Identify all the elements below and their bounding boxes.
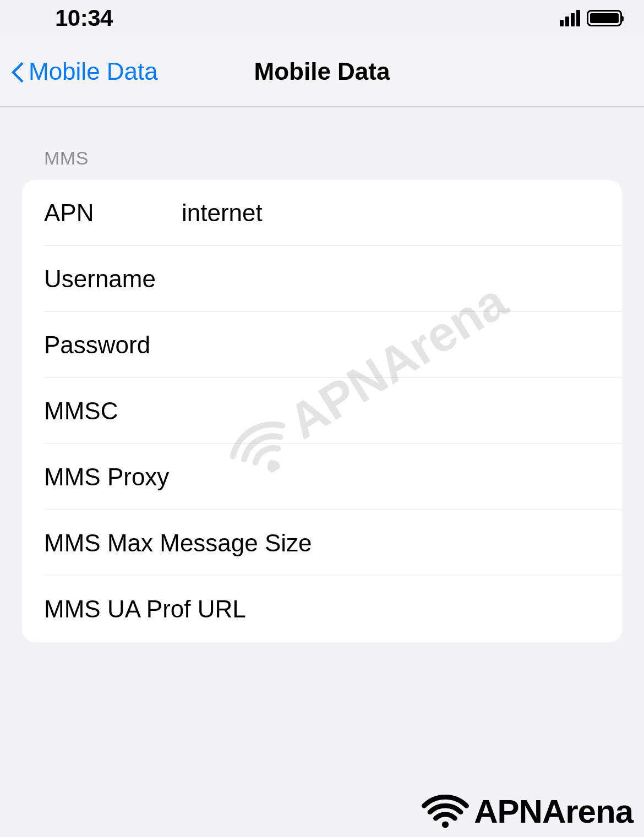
status-time: 10:34 [55, 5, 113, 31]
mms-proxy-label: MMS Proxy [44, 463, 169, 491]
password-input[interactable] [182, 331, 600, 359]
svg-point-1 [442, 821, 449, 828]
mms-ua-prof-url-label: MMS UA Prof URL [44, 595, 246, 623]
apn-row[interactable]: APN [22, 180, 622, 246]
section-header-mms: MMS [0, 147, 644, 169]
mms-ua-prof-url-input[interactable] [246, 595, 600, 623]
status-bar: 10:34 [0, 0, 644, 36]
watermark-text: APNArena [474, 792, 633, 830]
apn-label: APN [44, 199, 182, 227]
watermark-bottom: APNArena [421, 792, 633, 830]
battery-icon [587, 10, 622, 26]
mms-proxy-input[interactable] [169, 463, 600, 491]
apn-input[interactable] [182, 199, 600, 227]
mms-max-size-input[interactable] [312, 529, 614, 557]
status-indicators [560, 10, 622, 26]
mmsc-label: MMSC [44, 397, 182, 425]
mms-ua-prof-url-row[interactable]: MMS UA Prof URL [22, 576, 622, 642]
mmsc-input[interactable] [182, 397, 600, 425]
back-button[interactable]: Mobile Data [0, 58, 158, 85]
chevron-left-icon [11, 61, 24, 83]
page-title: Mobile Data [254, 58, 390, 85]
navigation-bar: Mobile Data Mobile Data [0, 36, 644, 107]
mms-proxy-row[interactable]: MMS Proxy [22, 444, 622, 510]
content: MMS APN Username Password MMSC MMS Proxy… [0, 107, 644, 642]
password-label: Password [44, 331, 182, 359]
wifi-icon [421, 792, 470, 830]
mms-max-size-row[interactable]: MMS Max Message Size [22, 510, 622, 576]
back-label: Mobile Data [29, 58, 158, 85]
mmsc-row[interactable]: MMSC [22, 378, 622, 444]
cellular-signal-icon [560, 10, 580, 26]
username-input[interactable] [182, 265, 600, 293]
username-label: Username [44, 265, 182, 293]
password-row[interactable]: Password [22, 312, 622, 378]
mms-max-size-label: MMS Max Message Size [44, 529, 312, 557]
mms-settings-group: APN Username Password MMSC MMS Proxy MMS… [22, 180, 622, 642]
username-row[interactable]: Username [22, 246, 622, 312]
